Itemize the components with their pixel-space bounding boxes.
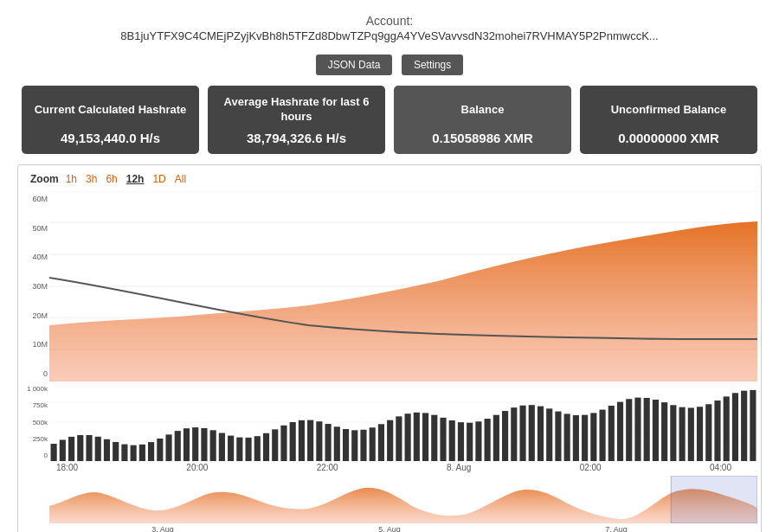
stat-card-unconfirmed: Unconfirmed Balance 0.00000000 XMR (580, 86, 757, 154)
shares-svg (49, 383, 757, 461)
svg-rect-50 (387, 420, 393, 461)
mini-chart-inner (22, 476, 757, 523)
svg-rect-66 (529, 405, 535, 461)
svg-rect-60 (475, 421, 481, 461)
svg-rect-12 (51, 444, 57, 461)
svg-rect-32 (228, 436, 234, 461)
svg-rect-28 (192, 427, 198, 461)
svg-rect-51 (396, 416, 402, 461)
mini-chart-svg (49, 476, 757, 523)
svg-rect-13 (60, 439, 66, 461)
svg-rect-78 (634, 398, 641, 461)
mini-chart-container: 3. Aug 5. Aug 7. Aug (22, 476, 757, 532)
svg-rect-44 (334, 426, 340, 461)
zoom-6h[interactable]: 6h (104, 172, 119, 186)
svg-rect-63 (502, 411, 508, 461)
stat-card-value-avg: 38,794,326.6 H/s (220, 131, 373, 145)
svg-rect-88 (724, 396, 730, 461)
stat-card-value-unconfirmed: 0.00000000 XMR (592, 131, 745, 145)
mini-x-labels: 3. Aug 5. Aug 7. Aug (22, 525, 757, 532)
svg-rect-75 (608, 406, 615, 461)
stat-card-value-hashrate: 49,153,440.0 H/s (34, 131, 187, 145)
svg-rect-82 (670, 405, 676, 461)
svg-rect-70 (564, 413, 570, 461)
svg-rect-14 (68, 437, 74, 461)
shares-svg-container (49, 383, 757, 461)
zoom-bar: Zoom 1h 3h 6h 12h 1D All (22, 172, 757, 191)
zoom-12h[interactable]: 12h (125, 172, 146, 186)
svg-rect-43 (325, 424, 332, 461)
svg-rect-41 (307, 420, 313, 461)
stat-card-avg-hashrate: Average Hashrate for last 6 hours 38,794… (208, 86, 385, 154)
stat-card-balance: Balance 0.15058986 XMR (394, 86, 571, 154)
hashrate-chart-area: 60M 50M 40M 30M 20M 10M 0 (22, 191, 757, 381)
svg-rect-38 (280, 426, 286, 461)
svg-rect-29 (201, 428, 207, 461)
svg-rect-36 (263, 433, 269, 461)
stat-card-hashrate: Current Calculated Hashrate 49,153,440.0… (22, 86, 199, 154)
svg-rect-33 (236, 438, 242, 461)
hashrate-chart-svg-container (49, 191, 757, 381)
svg-rect-48 (370, 427, 376, 461)
y-axis: 60M 50M 40M 30M 20M 10M 0 (22, 191, 49, 381)
chart-container: Zoom 1h 3h 6h 12h 1D All 60M 50M 40M 30M… (17, 164, 762, 532)
svg-rect-85 (697, 407, 703, 461)
stat-card-title-hashrate: Current Calculated Hashrate (34, 94, 187, 125)
zoom-3h[interactable]: 3h (84, 172, 99, 186)
svg-rect-87 (714, 401, 720, 461)
svg-rect-49 (378, 424, 384, 461)
svg-rect-90 (741, 391, 747, 461)
svg-rect-26 (175, 431, 181, 461)
svg-rect-65 (519, 406, 525, 461)
svg-rect-47 (360, 430, 366, 461)
svg-rect-69 (555, 412, 561, 461)
svg-rect-57 (449, 420, 455, 461)
svg-rect-73 (590, 413, 596, 461)
svg-rect-74 (599, 410, 605, 461)
settings-button[interactable]: Settings (402, 54, 463, 75)
svg-rect-22 (139, 445, 145, 461)
hashrate-chart-svg (49, 191, 757, 381)
svg-rect-71 (573, 415, 579, 461)
stat-card-title-balance: Balance (406, 94, 559, 125)
svg-rect-72 (582, 415, 588, 461)
svg-rect-81 (661, 402, 667, 461)
svg-rect-25 (165, 434, 171, 461)
svg-rect-15 (77, 435, 83, 461)
svg-rect-45 (343, 429, 349, 461)
zoom-all[interactable]: All (173, 172, 188, 186)
svg-rect-27 (183, 428, 190, 461)
svg-rect-53 (414, 413, 420, 461)
shares-y-axis: 1 000k 750k 500k 250k 0 (22, 383, 49, 461)
account-label: Account: (17, 14, 762, 28)
svg-rect-19 (113, 442, 119, 461)
svg-rect-31 (219, 433, 225, 461)
svg-rect-52 (405, 413, 411, 461)
json-data-button[interactable]: JSON Data (316, 54, 393, 75)
svg-rect-77 (626, 399, 632, 461)
svg-rect-34 (245, 438, 251, 461)
stat-card-value-balance: 0.15058986 XMR (406, 131, 559, 145)
svg-rect-58 (458, 422, 464, 461)
toolbar: JSON Data Settings (0, 54, 779, 75)
stat-card-title-avg: Average Hashrate for last 6 hours (220, 94, 373, 125)
svg-rect-20 (121, 445, 127, 461)
svg-rect-83 (679, 407, 686, 461)
svg-rect-68 (546, 408, 552, 461)
zoom-label: Zoom (30, 173, 59, 185)
svg-rect-59 (467, 423, 473, 461)
stats-row: Current Calculated Hashrate 49,153,440.0… (0, 86, 779, 164)
zoom-1d[interactable]: 1D (151, 172, 167, 186)
svg-rect-55 (431, 415, 437, 461)
svg-rect-16 (86, 435, 92, 461)
svg-rect-92 (671, 476, 757, 523)
svg-rect-62 (493, 415, 499, 461)
svg-rect-23 (148, 442, 154, 461)
svg-rect-89 (732, 393, 738, 461)
stat-card-title-unconfirmed: Unconfirmed Balance (592, 94, 745, 125)
zoom-1h[interactable]: 1h (64, 172, 79, 186)
svg-rect-79 (644, 398, 650, 461)
svg-rect-30 (210, 430, 216, 461)
svg-rect-61 (485, 419, 491, 461)
svg-rect-35 (254, 436, 261, 461)
